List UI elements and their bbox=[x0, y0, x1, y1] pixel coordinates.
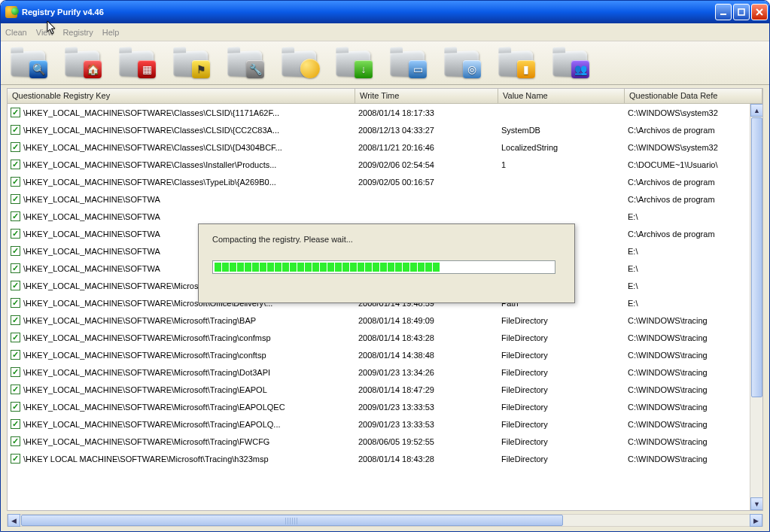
cell-value: FileDirectory bbox=[498, 333, 625, 342]
toolbar-button-redhouse[interactable]: 🏠 bbox=[62, 45, 103, 81]
ball-icon bbox=[300, 59, 320, 78]
toolbar-button-search[interactable]: 🔍 bbox=[8, 45, 49, 81]
vertical-scrollbar[interactable]: ▲ ▼ bbox=[750, 104, 762, 510]
menu-view[interactable]: View bbox=[36, 28, 54, 37]
scroll-up-button[interactable]: ▲ bbox=[750, 104, 762, 117]
table-row[interactable]: \HKEY_LOCAL_MACHINE\SOFTWARE\Classes\CLS… bbox=[8, 138, 762, 156]
table-row[interactable]: \HKEY_LOCAL_MACHINE\SOFTWARE\Microsoft\T… bbox=[8, 346, 762, 363]
toolbar-button-ball[interactable] bbox=[279, 45, 320, 81]
row-checkbox[interactable] bbox=[11, 211, 20, 221]
row-checkbox[interactable] bbox=[11, 142, 20, 152]
toolbar-button-redbox[interactable]: ▦ bbox=[117, 45, 157, 81]
progress-segment bbox=[342, 263, 349, 272]
row-checkbox[interactable] bbox=[11, 298, 20, 308]
table-row[interactable]: \HKEY_LOCAL_MACHINE\SOFTWAC:\Archivos de… bbox=[8, 190, 762, 208]
cell-data: C:\Archivos de program bbox=[625, 195, 762, 204]
cell-data: C:\WINDOWS\tracing bbox=[625, 403, 762, 412]
row-checkbox[interactable] bbox=[11, 402, 20, 412]
table-row[interactable]: \HKEY_LOCAL_MACHINE\SOFTWARE\Microsoft\T… bbox=[8, 381, 762, 398]
progress-segment bbox=[282, 263, 289, 272]
progress-segment bbox=[403, 263, 409, 272]
row-checkbox[interactable] bbox=[11, 454, 20, 464]
toolbar-button-sign[interactable]: ⚑ bbox=[171, 45, 212, 81]
people-icon: 👥 bbox=[571, 60, 589, 78]
cell-time: 2008/11/21 20:16:46 bbox=[355, 143, 498, 152]
table-row[interactable]: \HKEY_LOCAL_MACHINE\SOFTWAE:\ bbox=[8, 208, 762, 225]
cell-value: FileDirectory bbox=[498, 437, 625, 446]
toolbar-button-people[interactable]: 👥 bbox=[550, 45, 591, 81]
table-row[interactable]: \HKEY_LOCAL_MACHINE\SOFTWARE\Microsoft\T… bbox=[8, 312, 762, 329]
cell-data: C:\WINDOWS\tracing bbox=[625, 351, 762, 360]
scroll-right-button[interactable]: ▶ bbox=[750, 514, 762, 527]
horizontal-scroll-thumb[interactable] bbox=[21, 515, 563, 526]
column-header-data[interactable]: Questionable Data Refe bbox=[625, 89, 762, 103]
vertical-scroll-thumb[interactable] bbox=[751, 117, 762, 397]
column-header-key[interactable]: Questionable Registry Key bbox=[8, 89, 355, 103]
cell-time: 2008/01/14 14:38:48 bbox=[355, 351, 498, 360]
row-checkbox[interactable] bbox=[11, 367, 20, 377]
row-checkbox[interactable] bbox=[11, 436, 20, 446]
toolbar-button-arrow[interactable]: ↓ bbox=[333, 45, 374, 81]
menu-registry[interactable]: Registry bbox=[62, 28, 93, 37]
progress-segment bbox=[260, 263, 266, 272]
cell-time: 2009/01/23 13:33:53 bbox=[355, 420, 498, 429]
cell-key: \HKEY_LOCAL_MACHINE\SOFTWARE\Microsoft\T… bbox=[23, 385, 267, 394]
scroll-left-button[interactable]: ◀ bbox=[8, 514, 20, 527]
close-button[interactable] bbox=[751, 4, 768, 20]
table-row[interactable]: \HKEY_LOCAL_MACHINE\SOFTWARE\Microsoft\T… bbox=[8, 398, 762, 415]
row-checkbox[interactable] bbox=[11, 385, 20, 394]
table-row[interactable]: \HKEY_LOCAL_MACHINE\SOFTWARE\Classes\CLS… bbox=[8, 104, 762, 121]
row-checkbox[interactable] bbox=[11, 108, 20, 117]
cell-value: FileDirectory bbox=[498, 385, 625, 394]
table-row[interactable]: \HKEY_LOCAL_MACHINE\SOFTWARE\Microsoft\T… bbox=[8, 415, 762, 433]
app-icon bbox=[5, 6, 17, 18]
column-header-time[interactable]: Write Time bbox=[355, 89, 498, 103]
row-checkbox[interactable] bbox=[11, 350, 20, 360]
table-row[interactable]: \HKEY_LOCAL_MACHINE\SOFTWARE\Classes\CLS… bbox=[8, 121, 762, 138]
rows-container: \HKEY_LOCAL_MACHINE\SOFTWARE\Classes\CLS… bbox=[8, 104, 762, 510]
cell-data: C:\WINDOWS\tracing bbox=[625, 437, 762, 446]
menu-help[interactable]: Help bbox=[102, 28, 120, 37]
menu-clean[interactable]: Clean bbox=[5, 28, 27, 37]
row-checkbox[interactable] bbox=[11, 177, 20, 187]
column-header-value[interactable]: Value Name bbox=[498, 89, 625, 103]
row-checkbox[interactable] bbox=[11, 263, 20, 273]
cell-time: 2008/01/14 18:43:28 bbox=[355, 454, 498, 464]
title-bar[interactable]: Registry Purify v4.46 bbox=[1, 1, 769, 23]
cell-key: \HKEY_LOCAL_MACHINE\SOFTWARE\Microsoft\T… bbox=[23, 333, 271, 342]
cell-value: FileDirectory bbox=[498, 368, 625, 377]
table-row[interactable]: \HKEY_LOCAL_MACHINE\SOFTWARE\Microsoft\T… bbox=[8, 433, 762, 450]
table-row[interactable]: \HKEY_LOCAL_MACHINE\SOFTWARE\Classes\Typ… bbox=[8, 173, 762, 190]
minimize-button[interactable] bbox=[715, 4, 732, 20]
table-row[interactable]: \HKEY_LOCAL_MACHINE\SOFTWARE\Microsoft\T… bbox=[8, 363, 762, 381]
row-checkbox[interactable] bbox=[11, 160, 20, 169]
row-checkbox[interactable] bbox=[11, 333, 20, 342]
scroll-down-button[interactable]: ▼ bbox=[750, 497, 762, 510]
progress-segment bbox=[433, 263, 440, 272]
toolbar-button-orange[interactable]: ▮ bbox=[496, 45, 537, 81]
row-checkbox[interactable] bbox=[11, 281, 20, 290]
column-headers: Questionable Registry Key Write Time Val… bbox=[8, 89, 762, 104]
progress-segment bbox=[252, 263, 259, 272]
toolbar-button-blue2[interactable]: ◎ bbox=[442, 45, 482, 81]
row-checkbox[interactable] bbox=[11, 125, 20, 135]
progress-segment bbox=[275, 263, 282, 272]
horizontal-scrollbar[interactable]: ◀ ▶ bbox=[7, 514, 763, 527]
row-checkbox[interactable] bbox=[11, 315, 20, 325]
progress-segment bbox=[373, 263, 379, 272]
toolbar-button-wrench[interactable]: 🔧 bbox=[225, 45, 266, 81]
cell-data: E:\ bbox=[625, 281, 762, 290]
maximize-button[interactable] bbox=[733, 4, 750, 20]
progress-segment bbox=[358, 263, 364, 272]
row-checkbox[interactable] bbox=[11, 246, 20, 256]
cell-key: \HKEY_LOCAL_MACHINE\SOFTWA bbox=[23, 212, 160, 221]
row-checkbox[interactable] bbox=[11, 419, 20, 429]
toolbar-button-blue1[interactable]: ▭ bbox=[388, 45, 428, 81]
table-row[interactable]: \HKEY_LOCAL_MACHINE\SOFTWARE\Microsoft\T… bbox=[8, 329, 762, 346]
row-checkbox[interactable] bbox=[11, 229, 20, 239]
table-row[interactable]: \HKEY LOCAL MACHINE\SOFTWARE\Microsoft\T… bbox=[8, 450, 762, 467]
menu-bar: Clean View Registry Help bbox=[1, 23, 769, 41]
progress-segment bbox=[290, 263, 297, 272]
table-row[interactable]: \HKEY_LOCAL_MACHINE\SOFTWARE\Classes\Ins… bbox=[8, 156, 762, 173]
row-checkbox[interactable] bbox=[11, 194, 20, 204]
